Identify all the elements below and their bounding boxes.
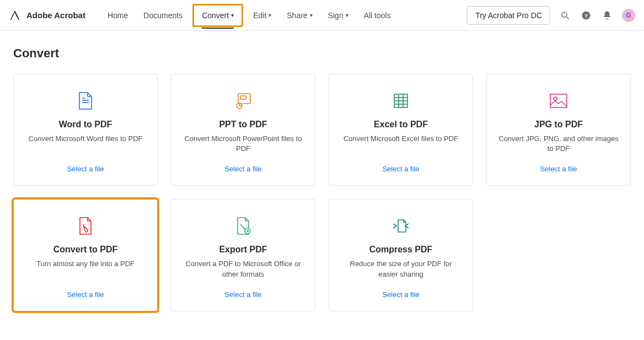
card-description: Turn almost any file into a PDF bbox=[34, 259, 137, 269]
select-file-link[interactable]: Select a file bbox=[382, 290, 419, 299]
export-pdf-icon bbox=[234, 215, 252, 237]
nav-sign[interactable]: Sign▾ bbox=[321, 7, 355, 24]
try-acrobat-button[interactable]: Try Acrobat Pro DC bbox=[467, 6, 550, 25]
select-file-link[interactable]: Select a file bbox=[540, 165, 577, 173]
svg-point-17 bbox=[554, 97, 557, 100]
card-word-to-pdf[interactable]: Word to PDF Convert Microsoft Word files… bbox=[13, 74, 158, 186]
svg-line-1 bbox=[566, 17, 569, 19]
card-description: Convert JPG, PNG, and other images to PD… bbox=[496, 134, 621, 154]
page-title: Convert bbox=[13, 46, 631, 61]
card-convert-to-pdf[interactable]: Convert to PDF Turn almost any file into… bbox=[13, 199, 158, 311]
excel-file-icon bbox=[393, 90, 409, 112]
card-compress-pdf[interactable]: Compress PDF Reduce the size of your PDF… bbox=[329, 199, 473, 311]
nav-convert-highlight: Convert ▾ bbox=[192, 4, 243, 27]
card-excel-to-pdf[interactable]: Excel to PDF Convert Microsoft Excel fil… bbox=[329, 74, 473, 186]
card-description: Convert Microsoft Word files to PDF bbox=[26, 134, 144, 144]
chevron-down-icon: ▾ bbox=[310, 12, 313, 18]
brand-logo-block: Adobe Acrobat bbox=[9, 9, 85, 21]
svg-rect-8 bbox=[240, 96, 246, 99]
card-title: JPG to PDF bbox=[534, 120, 583, 129]
card-description: Reduce the size of your PDF for easier s… bbox=[338, 259, 464, 279]
pdf-file-icon bbox=[78, 215, 93, 237]
select-file-link[interactable]: Select a file bbox=[67, 165, 104, 173]
card-export-pdf[interactable]: Export PDF Convert a PDF to Microsoft Of… bbox=[171, 199, 315, 311]
page-content: Convert Word to PDF Convert Microsoft Wo… bbox=[0, 31, 644, 333]
topbar-right-controls: Try Acrobat Pro DC ? G bbox=[467, 6, 635, 25]
select-file-link[interactable]: Select a file bbox=[224, 290, 261, 299]
nav-share[interactable]: Share▾ bbox=[280, 7, 319, 24]
card-description: Convert Microsoft Excel files to PDF bbox=[341, 134, 460, 144]
card-title: PPT to PDF bbox=[219, 120, 267, 129]
card-jpg-to-pdf[interactable]: JPG to PDF Convert JPG, PNG, and other i… bbox=[486, 74, 631, 186]
card-title: Compress PDF bbox=[369, 245, 433, 255]
select-file-link[interactable]: Select a file bbox=[382, 165, 419, 173]
nav-edit[interactable]: Edit▾ bbox=[246, 7, 278, 24]
word-file-icon bbox=[77, 90, 94, 112]
nav-home[interactable]: Home bbox=[101, 7, 135, 24]
select-file-link[interactable]: Select a file bbox=[224, 165, 261, 173]
card-title: Export PDF bbox=[219, 245, 267, 255]
search-icon[interactable] bbox=[559, 9, 571, 21]
svg-point-0 bbox=[562, 12, 567, 17]
notifications-bell-icon[interactable] bbox=[601, 9, 613, 21]
select-file-link[interactable]: Select a file bbox=[67, 290, 104, 299]
card-description: Convert Microsoft PowerPoint files to PD… bbox=[180, 134, 306, 154]
top-navigation-bar: Adobe Acrobat Home Documents Convert ▾ E… bbox=[0, 0, 644, 31]
help-icon[interactable]: ? bbox=[580, 9, 592, 21]
nav-convert[interactable]: Convert ▾ bbox=[195, 7, 240, 24]
nav-all-tools[interactable]: All tools bbox=[357, 7, 398, 24]
svg-text:?: ? bbox=[584, 12, 588, 18]
main-nav: Home Documents Convert ▾ Edit▾ Share▾ Si… bbox=[101, 4, 398, 27]
card-ppt-to-pdf[interactable]: PPT to PDF Convert Microsoft PowerPoint … bbox=[171, 74, 315, 186]
chevron-down-icon: ▾ bbox=[231, 12, 234, 18]
card-description: Convert a PDF to Microsoft Office or oth… bbox=[180, 259, 306, 279]
nav-documents[interactable]: Documents bbox=[137, 7, 189, 24]
brand-name: Adobe Acrobat bbox=[26, 10, 85, 20]
svg-rect-16 bbox=[550, 94, 567, 107]
card-title: Word to PDF bbox=[59, 120, 112, 129]
adobe-acrobat-logo-icon bbox=[9, 9, 21, 21]
chevron-down-icon: ▾ bbox=[346, 12, 348, 18]
cards-row-1: Word to PDF Convert Microsoft Word files… bbox=[13, 74, 631, 186]
chevron-down-icon: ▾ bbox=[269, 12, 271, 18]
image-file-icon bbox=[549, 90, 568, 112]
card-title: Excel to PDF bbox=[374, 120, 428, 129]
user-avatar[interactable]: G bbox=[622, 9, 635, 22]
ppt-file-icon bbox=[234, 90, 253, 112]
compress-pdf-icon bbox=[391, 215, 411, 237]
cards-row-2: Convert to PDF Turn almost any file into… bbox=[13, 199, 631, 311]
card-title: Convert to PDF bbox=[53, 245, 117, 255]
